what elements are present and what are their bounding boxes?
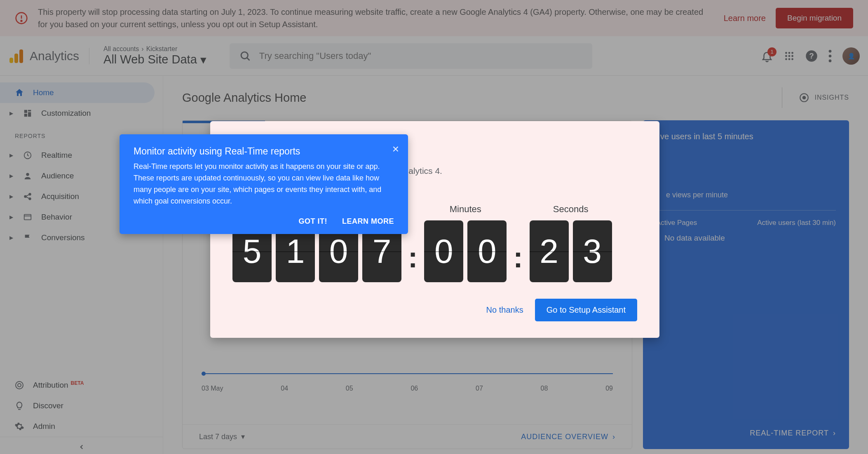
close-icon[interactable]: ×	[392, 143, 399, 156]
go-setup-assistant-button[interactable]: Go to Setup Assistant	[535, 299, 637, 321]
tip-text: Real-Time reports let you monitor activi…	[134, 161, 394, 207]
tip-title: Monitor activity using Real-Time reports	[134, 146, 394, 157]
coach-tooltip: × Monitor activity using Real-Time repor…	[120, 134, 408, 234]
no-thanks-button[interactable]: No thanks	[486, 305, 523, 315]
got-it-button[interactable]: GOT IT!	[299, 217, 328, 226]
learn-more-button[interactable]: LEARN MORE	[342, 217, 394, 226]
